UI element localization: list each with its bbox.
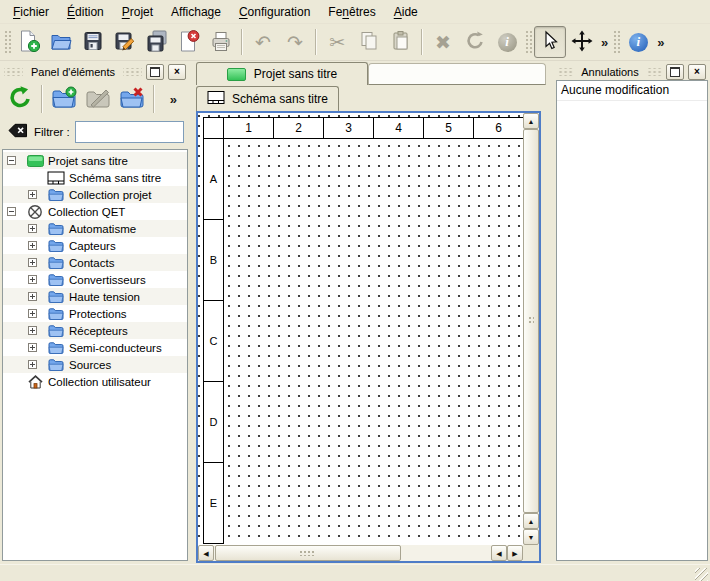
cut-button[interactable]: ✂ — [321, 26, 353, 58]
horizontal-scrollbar[interactable]: ◀ ◀ ▶ — [198, 545, 523, 561]
open-project-button[interactable] — [45, 26, 77, 58]
tree-item-protections[interactable]: Protections — [3, 305, 187, 322]
tree-item-label: Récepteurs — [66, 325, 131, 337]
expander-plus-icon[interactable] — [28, 309, 37, 318]
expander-plus-icon[interactable] — [28, 241, 37, 250]
scroll-up-button[interactable]: ▲ — [523, 113, 539, 129]
select-mode-button[interactable] — [534, 26, 566, 58]
expander-plus-icon[interactable] — [28, 360, 37, 369]
edit-category-button[interactable] — [82, 83, 114, 115]
horizontal-scroll-track[interactable] — [214, 545, 491, 561]
delete-icon: ✖ — [435, 33, 451, 52]
menu-item-configuration[interactable]: Configuration — [230, 2, 319, 22]
scroll-up-button-2[interactable]: ▲ — [523, 513, 539, 529]
qet-icon — [25, 204, 45, 220]
vertical-scroll-track[interactable] — [523, 129, 539, 513]
move-icon — [570, 29, 594, 56]
horizontal-scroll-thumb[interactable] — [215, 545, 401, 561]
expander-slot — [28, 309, 46, 318]
tree-item-automatisme[interactable]: Automatisme — [3, 220, 187, 237]
tab-schema-sans-titre[interactable]: Schéma sans titre — [196, 86, 339, 111]
toolbar-drag-handle[interactable] — [4, 30, 11, 54]
tree-item-sources[interactable]: Sources — [3, 356, 187, 373]
tree-item-contacts[interactable]: Contacts — [3, 254, 187, 271]
undo-history-item[interactable]: Aucune modification — [557, 81, 707, 101]
element-info-button[interactable]: i — [491, 26, 523, 58]
filter-input[interactable] — [75, 121, 184, 143]
undo-panel-titlebar[interactable]: Annulations × — [556, 63, 708, 80]
info-icon-gray: i — [498, 33, 517, 52]
undo-panel: Annulations × Aucune modification — [553, 61, 710, 564]
float-panel-button[interactable] — [146, 64, 164, 80]
print-button[interactable] — [205, 26, 237, 58]
close-project-button[interactable] — [173, 26, 205, 58]
up-arrow-icon: ▲ — [528, 518, 535, 525]
menu-item-fenetres[interactable]: Fenêtres — [319, 2, 384, 22]
elements-panel-titlebar[interactable]: Panel d'éléments × — [2, 63, 188, 80]
about-info-button[interactable]: i — [622, 26, 654, 58]
undo-button[interactable]: ↶ — [247, 26, 279, 58]
save-as-button[interactable] — [109, 26, 141, 58]
tree-item-haute-tension[interactable]: Haute tension — [3, 288, 187, 305]
expander-plus-icon[interactable] — [28, 224, 37, 233]
tab-projet-sans-titre[interactable]: Projet sans titre — [196, 62, 368, 85]
collections-overflow-chevron[interactable]: » — [167, 92, 180, 107]
close-panel-button[interactable]: × — [168, 64, 186, 80]
scroll-left-button[interactable]: ◀ — [198, 545, 214, 561]
menu-item-fichier[interactable]: Fichier — [4, 2, 58, 22]
expander-plus-icon[interactable] — [28, 292, 37, 301]
expander-plus-icon[interactable] — [28, 190, 37, 199]
save-all-button[interactable] — [141, 26, 173, 58]
delete-category-button[interactable] — [116, 83, 148, 115]
new-project-button[interactable] — [13, 26, 45, 58]
menu-item-affichage[interactable]: Affichage — [162, 2, 230, 22]
expander-plus-icon[interactable] — [28, 326, 37, 335]
save-as-icon — [113, 29, 137, 56]
rotate-button[interactable] — [459, 26, 491, 58]
expander-plus-icon[interactable] — [28, 343, 37, 352]
expander-plus-icon[interactable] — [28, 258, 37, 267]
delete-button[interactable]: ✖ — [427, 26, 459, 58]
scroll-right-button[interactable]: ▶ — [507, 545, 523, 561]
save-button[interactable] — [77, 26, 109, 58]
tree-item-collection-qet[interactable]: Collection QET — [3, 203, 187, 220]
sheet-content-area[interactable] — [224, 139, 523, 544]
vertical-scrollbar[interactable]: ▲ ▲ ▼ — [523, 113, 539, 545]
close-panel-button[interactable]: × — [688, 64, 706, 80]
paste-button[interactable] — [385, 26, 417, 58]
toolbar-drag-handle[interactable] — [613, 30, 620, 54]
tree-item-collection-utilisateur[interactable]: Collection utilisateur — [3, 373, 187, 390]
copy-button[interactable] — [353, 26, 385, 58]
up-arrow-icon: ▲ — [528, 118, 535, 125]
menu-item-projet[interactable]: Projet — [113, 2, 162, 22]
expander-minus-icon[interactable] — [7, 156, 16, 165]
redo-button[interactable]: ↷ — [279, 26, 311, 58]
toolbar-drag-handle[interactable] — [525, 30, 532, 54]
tree-item-recepteurs[interactable]: Récepteurs — [3, 322, 187, 339]
scroll-down-button[interactable]: ▼ — [523, 529, 539, 545]
tree-item-projet-sans-titre[interactable]: Projet sans titre — [3, 152, 187, 169]
toolbar-overflow-chevron[interactable]: » — [654, 35, 667, 50]
tree-item-semi-conducteurs[interactable]: Semi-conducteurs — [3, 339, 187, 356]
expander-plus-icon[interactable] — [28, 275, 37, 284]
new-category-button[interactable] — [48, 83, 80, 115]
toolbar-overflow-chevron[interactable]: » — [598, 35, 611, 50]
menu-item-edition[interactable]: Édition — [58, 2, 113, 22]
scroll-left-button-2[interactable]: ◀ — [491, 545, 507, 561]
tree-item-capteurs[interactable]: Capteurs — [3, 237, 187, 254]
tree-item-schema-sans-titre[interactable]: Schéma sans titre — [3, 169, 187, 186]
tree-item-convertisseurs[interactable]: Convertisseurs — [3, 271, 187, 288]
sheet-corner-cell — [204, 118, 224, 139]
expander-minus-icon[interactable] — [7, 207, 16, 216]
tree-item-label: Collection utilisateur — [45, 376, 154, 388]
float-panel-button[interactable] — [666, 64, 684, 80]
clear-filter-button[interactable] — [6, 121, 29, 143]
pan-mode-button[interactable] — [566, 26, 598, 58]
schema-canvas[interactable]: 123456ABCDE — [198, 113, 523, 545]
vertical-scroll-thumb[interactable] — [523, 129, 539, 513]
sheet-column-header: 1 — [224, 118, 274, 139]
reload-collections-button[interactable] — [4, 83, 36, 115]
menu-item-aide[interactable]: Aide — [385, 2, 427, 22]
resize-grip-icon[interactable] — [695, 568, 708, 581]
tree-item-collection-projet[interactable]: Collection projet — [3, 186, 187, 203]
